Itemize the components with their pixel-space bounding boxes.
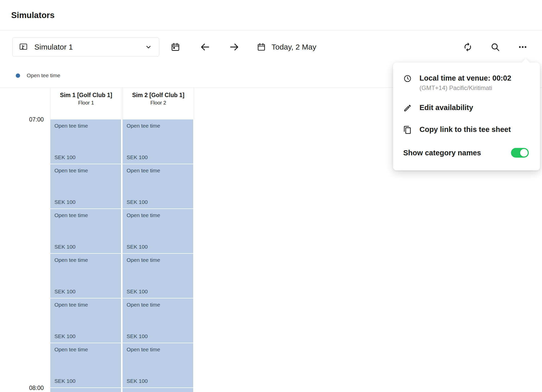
tee-time-slot[interactable]: Open tee time SEK 100 xyxy=(50,254,121,298)
page-title: Simulators xyxy=(11,10,55,20)
grid-row: Open tee time SEK 100 Open tee time SEK … xyxy=(50,164,542,209)
show-category-names-row: Show category names xyxy=(403,148,529,158)
edit-availability-label: Edit availability xyxy=(419,103,473,112)
tee-time-slot[interactable]: Open tee time SEK 100 xyxy=(50,209,121,253)
slot-price: SEK 100 xyxy=(127,289,189,295)
slot-label: Open tee time xyxy=(127,302,189,308)
time-label: 08:00 xyxy=(0,385,44,391)
more-horizontal-icon xyxy=(518,42,528,52)
local-time-item: Local time at venue: 00:02 (GMT+14) Paci… xyxy=(403,74,529,92)
grid-row: Open tee time SEK 100 Open tee time SEK … xyxy=(50,388,542,392)
toolbar: Simulator 1 xyxy=(0,31,542,64)
slot-price: SEK 100 xyxy=(127,378,189,384)
calendar-today-button[interactable] xyxy=(168,40,183,54)
tee-time-slot[interactable]: Open tee time SEK 100 xyxy=(123,209,193,253)
slot-label: Open tee time xyxy=(127,212,189,218)
grid-row: Open tee time SEK 100 Open tee time SEK … xyxy=(50,343,542,388)
simulator-icon xyxy=(19,43,28,51)
slot-price: SEK 100 xyxy=(54,289,117,295)
tee-time-slot[interactable]: Open tee time SEK 100 xyxy=(50,119,121,164)
slot-price: SEK 100 xyxy=(54,378,117,384)
tee-time-slot[interactable]: Open tee time SEK 100 xyxy=(123,254,193,298)
search-icon xyxy=(490,42,500,52)
slot-label: Open tee time xyxy=(54,123,117,129)
column-title: Sim 2 [Golf Club 1] xyxy=(129,91,187,99)
next-day-button[interactable] xyxy=(227,40,242,54)
slot-label: Open tee time xyxy=(127,168,189,174)
legend-label: Open tee time xyxy=(27,72,60,79)
simulator-select[interactable]: Simulator 1 xyxy=(12,37,159,57)
slot-price: SEK 100 xyxy=(127,199,189,205)
slot-price: SEK 100 xyxy=(127,154,189,160)
slot-price: SEK 100 xyxy=(54,154,117,160)
slot-label: Open tee time xyxy=(127,123,189,129)
slot-price: SEK 100 xyxy=(54,244,117,250)
toolbar-right xyxy=(461,40,530,54)
column-subtitle: Floor 2 xyxy=(129,100,187,106)
more-options-button[interactable] xyxy=(516,40,530,54)
calendar-icon xyxy=(257,42,266,52)
slot-label: Open tee time xyxy=(54,212,117,218)
column-subtitle: Floor 1 xyxy=(57,100,115,106)
calendar-today-icon xyxy=(171,42,180,52)
slot-label: Open tee time xyxy=(54,168,117,174)
arrow-right-icon xyxy=(229,42,239,52)
slot-price: SEK 100 xyxy=(127,333,189,339)
slot-label: Open tee time xyxy=(54,302,117,308)
show-category-names-toggle[interactable] xyxy=(511,148,529,158)
pencil-icon xyxy=(403,104,412,113)
tee-time-slot[interactable]: Open tee time SEK 100 xyxy=(50,164,121,208)
tee-time-slot[interactable]: Open tee time SEK 100 xyxy=(50,343,121,387)
slot-price: SEK 100 xyxy=(54,333,117,339)
simulator-select-value: Simulator 1 xyxy=(34,43,73,51)
tee-time-slot[interactable]: Open tee time SEK 100 xyxy=(123,298,193,343)
slot-price: SEK 100 xyxy=(54,199,117,205)
slot-label: Open tee time xyxy=(127,257,189,263)
grid-row: Open tee time SEK 100 Open tee time SEK … xyxy=(50,254,542,298)
search-button[interactable] xyxy=(488,40,502,54)
tee-time-slot[interactable]: Open tee time SEK 100 xyxy=(50,298,121,343)
arrow-left-icon xyxy=(200,42,210,52)
app-header: Simulators xyxy=(0,0,542,31)
options-menu: Local time at venue: 00:02 (GMT+14) Paci… xyxy=(393,63,540,170)
open-tee-time-dot xyxy=(16,73,20,78)
slot-price: SEK 100 xyxy=(127,244,189,250)
prev-day-button[interactable] xyxy=(198,40,212,54)
toggle-knob xyxy=(520,149,528,157)
slot-label: Open tee time xyxy=(127,346,189,353)
tee-time-slot[interactable]: Open tee time SEK 100 xyxy=(123,388,193,392)
refresh-icon xyxy=(463,42,473,52)
grid-row: Open tee time SEK 100 Open tee time SEK … xyxy=(50,209,542,254)
date-display[interactable]: Today, 2 May xyxy=(257,42,316,52)
tee-time-slot[interactable]: Open tee time SEK 100 xyxy=(50,388,121,392)
local-time-title: Local time at venue: 00:02 xyxy=(419,74,511,82)
copy-link-item[interactable]: Copy link to this tee sheet xyxy=(403,125,529,135)
slot-label: Open tee time xyxy=(54,257,117,263)
edit-availability-item[interactable]: Edit availability xyxy=(403,103,529,113)
tee-time-slot[interactable]: Open tee time SEK 100 xyxy=(123,164,193,208)
copy-link-label: Copy link to this tee sheet xyxy=(419,125,511,134)
slot-label: Open tee time xyxy=(54,346,117,353)
column-header-sim2: Sim 2 [Golf Club 1] Floor 2 xyxy=(123,88,194,119)
column-title: Sim 1 [Golf Club 1] xyxy=(57,91,115,99)
simulators-page: Simulators Simulator 1 xyxy=(0,0,542,392)
tee-time-slot[interactable]: Open tee time SEK 100 xyxy=(123,119,193,164)
tee-time-slot[interactable]: Open tee time SEK 100 xyxy=(123,343,193,387)
grid-row: Open tee time SEK 100 Open tee time SEK … xyxy=(50,298,542,343)
local-time-timezone: (GMT+14) Pacific/Kiritimati xyxy=(419,84,511,92)
show-category-names-label: Show category names xyxy=(403,148,481,157)
chevron-down-icon xyxy=(145,43,152,51)
copy-icon xyxy=(403,126,412,135)
refresh-button[interactable] xyxy=(461,40,475,54)
date-label: Today, 2 May xyxy=(272,43,316,51)
column-header-sim1: Sim 1 [Golf Club 1] Floor 1 xyxy=(50,88,122,119)
time-label: 07:00 xyxy=(0,116,44,123)
clock-icon xyxy=(403,74,412,84)
